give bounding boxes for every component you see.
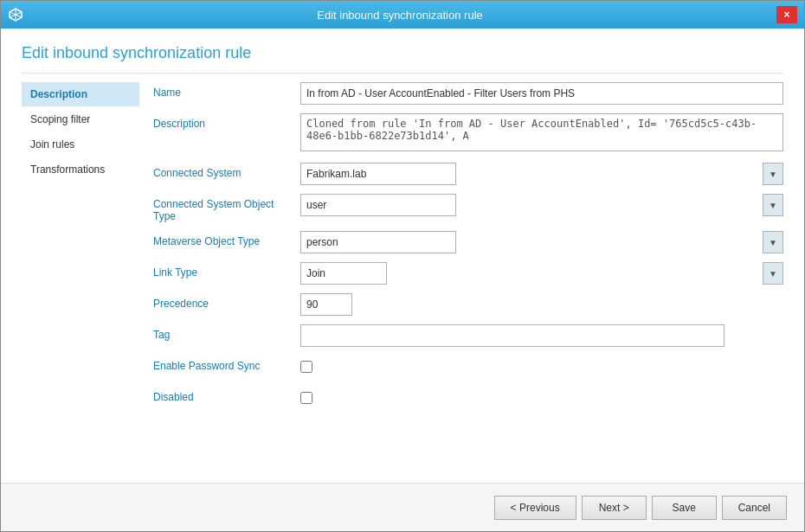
description-input[interactable]	[300, 113, 783, 151]
metaverse-object-type-label: Metaverse Object Type	[153, 231, 300, 247]
connected-system-dropdown-icon: ▼	[763, 163, 783, 185]
name-row: Name	[153, 82, 783, 105]
disabled-checkbox[interactable]	[300, 392, 312, 404]
enable-password-sync-checkbox[interactable]	[300, 361, 312, 373]
connected-system-select-wrap: Fabrikam.lab ▼	[300, 163, 783, 185]
page-title: Edit inbound synchronization rule	[1, 29, 804, 73]
app-icon	[8, 7, 23, 22]
cancel-button[interactable]: Cancel	[722, 496, 787, 520]
sidebar-item-scoping-filter[interactable]: Scoping filter	[22, 107, 139, 131]
description-label: Description	[153, 113, 300, 130]
precedence-label: Precedence	[153, 293, 300, 310]
window-title: Edit inbound synchronization rule	[23, 9, 776, 22]
previous-button[interactable]: < Previous	[494, 496, 576, 520]
name-input[interactable]	[300, 82, 783, 105]
divider	[22, 73, 783, 74]
disabled-checkbox-wrap	[300, 387, 783, 409]
sidebar-item-transformations[interactable]: Transformations	[22, 157, 139, 182]
link-type-label: Link Type	[153, 262, 300, 279]
footer-bar: < Previous Next > Save Cancel	[1, 483, 804, 531]
enable-password-sync-checkbox-wrap	[300, 356, 783, 378]
disabled-label: Disabled	[153, 387, 300, 403]
close-button[interactable]: ×	[776, 6, 797, 23]
enable-password-sync-wrap	[300, 356, 783, 378]
name-field-wrap	[300, 82, 783, 105]
connected-system-row: Connected System Fabrikam.lab ▼	[153, 163, 783, 185]
title-bar: Edit inbound synchronization rule ×	[1, 1, 804, 29]
disabled-row: Disabled	[153, 387, 783, 409]
sidebar-item-description[interactable]: Description	[22, 82, 139, 106]
link-type-dropdown-icon: ▼	[763, 262, 783, 285]
precedence-input[interactable]	[300, 293, 352, 316]
save-button[interactable]: Save	[652, 496, 717, 520]
name-label: Name	[153, 82, 300, 99]
next-button[interactable]: Next >	[582, 496, 647, 520]
metaverse-object-type-row: Metaverse Object Type person ▼	[153, 231, 783, 253]
description-row: Description	[153, 113, 783, 154]
connected-system-wrap: Fabrikam.lab ▼	[300, 163, 783, 185]
metaverse-object-type-select-wrap: person ▼	[300, 231, 783, 253]
form-area: Name Description Connected System	[139, 82, 804, 483]
enable-password-sync-label: Enable Password Sync	[153, 356, 300, 372]
description-field-wrap	[300, 113, 783, 154]
tag-input[interactable]	[300, 324, 724, 347]
tag-row: Tag	[153, 324, 783, 347]
metaverse-object-type-dropdown-icon: ▼	[763, 231, 783, 253]
connected-system-object-type-select[interactable]: user	[300, 194, 456, 216]
disabled-wrap	[300, 387, 783, 409]
connected-system-object-type-row: Connected System Object Type user ▼	[153, 194, 783, 222]
main-body: Description Scoping filter Join rules Tr…	[1, 82, 804, 483]
connected-system-object-type-select-wrap: user ▼	[300, 194, 783, 216]
link-type-wrap: Join ▼	[300, 262, 783, 285]
main-window: Edit inbound synchronization rule × Edit…	[0, 0, 805, 532]
sidebar: Description Scoping filter Join rules Tr…	[1, 82, 139, 483]
link-type-select[interactable]: Join	[300, 262, 387, 285]
connected-system-select[interactable]: Fabrikam.lab	[300, 163, 456, 185]
tag-wrap	[300, 324, 783, 347]
metaverse-object-type-wrap: person ▼	[300, 231, 783, 253]
metaverse-object-type-select[interactable]: person	[300, 231, 456, 253]
connected-system-object-type-label: Connected System Object Type	[153, 194, 300, 222]
link-type-select-wrap: Join ▼	[300, 262, 783, 285]
content-area: Edit inbound synchronization rule Descri…	[1, 29, 804, 483]
sidebar-item-join-rules[interactable]: Join rules	[22, 132, 139, 157]
connected-system-object-type-wrap: user ▼	[300, 194, 783, 216]
tag-label: Tag	[153, 324, 300, 341]
connected-system-object-type-dropdown-icon: ▼	[763, 194, 783, 216]
precedence-wrap	[300, 293, 783, 316]
link-type-row: Link Type Join ▼	[153, 262, 783, 285]
precedence-row: Precedence	[153, 293, 783, 316]
enable-password-sync-row: Enable Password Sync	[153, 356, 783, 378]
connected-system-label: Connected System	[153, 163, 300, 179]
